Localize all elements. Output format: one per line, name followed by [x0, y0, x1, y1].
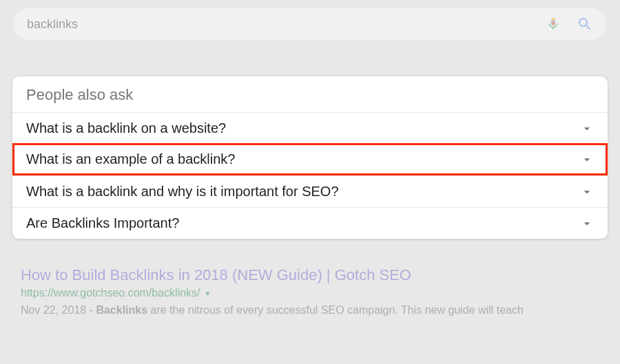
result-title-link[interactable]: How to Build Backlinks in 2018 (NEW Guid…	[21, 266, 599, 284]
paa-question-3[interactable]: Are Backlinks Important?	[12, 207, 608, 239]
chevron-down-icon	[580, 217, 594, 231]
header-divider	[0, 48, 620, 49]
paa-heading: People also ask	[12, 76, 608, 112]
paa-question-text: What is a backlink on a website?	[26, 120, 226, 136]
paa-question-0[interactable]: What is a backlink on a website?	[12, 112, 608, 144]
search-action-icons	[545, 16, 593, 32]
result-bold-term: Backlinks	[96, 304, 147, 316]
result-url-text: https://www.gotchseo.com/backlinks/	[21, 287, 200, 299]
people-also-ask-card: People also ask What is a backlink on a …	[12, 76, 608, 239]
search-icon[interactable]	[577, 16, 593, 32]
result-snippet-text: are the nitrous of every successful SEO …	[147, 304, 524, 316]
chevron-down-icon	[580, 153, 594, 167]
paa-question-text: Are Backlinks Important?	[26, 215, 179, 231]
search-result: How to Build Backlinks in 2018 (NEW Guid…	[21, 266, 599, 319]
result-url[interactable]: https://www.gotchseo.com/backlinks/ ▼	[21, 287, 599, 299]
chevron-down-icon	[580, 185, 594, 199]
paa-question-1[interactable]: What is an example of a backlink?	[12, 143, 608, 175]
paa-question-2[interactable]: What is a backlink and why is it importa…	[12, 175, 608, 207]
result-date: Nov 22, 2018	[21, 304, 86, 316]
result-snippet: Nov 22, 2018 - Backlinks are the nitrous…	[21, 302, 599, 319]
chevron-down-icon	[580, 122, 594, 136]
url-dropdown-icon[interactable]: ▼	[205, 290, 211, 297]
paa-question-text: What is an example of a backlink?	[26, 151, 236, 167]
paa-question-text: What is a backlink and why is it importa…	[26, 184, 339, 200]
bottom-fade	[0, 336, 620, 364]
search-bar	[12, 7, 608, 41]
search-input[interactable]	[27, 17, 545, 32]
voice-search-icon[interactable]	[545, 16, 561, 32]
